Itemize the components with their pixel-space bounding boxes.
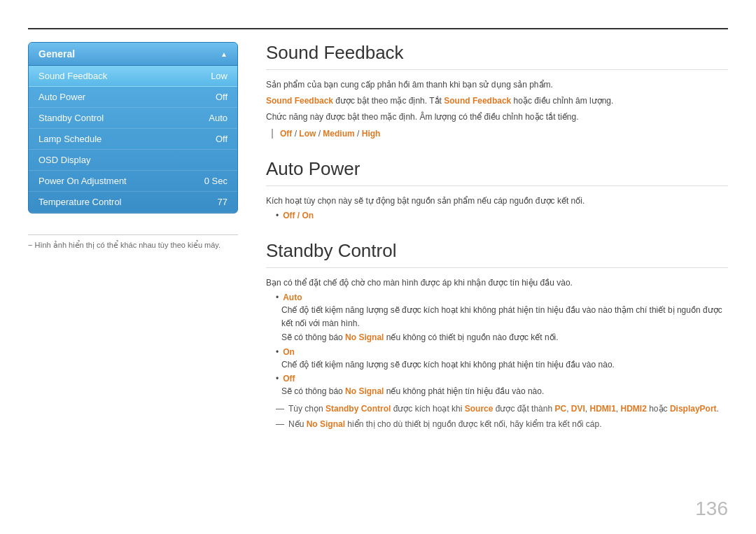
- sidebar-item-label-4: OSD Display: [38, 155, 90, 165]
- sidebar-item-1[interactable]: Auto PowerOff: [29, 87, 237, 108]
- sidebar-item-4[interactable]: OSD Display: [29, 150, 237, 171]
- bullet-label-0: Auto: [283, 293, 302, 302]
- section-standby-control: Standby ControlBạn có thể đặt chế độ chờ…: [266, 240, 728, 429]
- dash-highlight: HDMI1: [590, 404, 616, 414]
- option-medium: Medium: [323, 129, 354, 139]
- section-text-highlight: Sound Feedback được bật theo mặc định. T…: [266, 94, 728, 108]
- sidebar-item-5[interactable]: Power On Adjustment0 Sec: [29, 171, 237, 192]
- section-text: Bạn có thể đặt chế độ chờ cho màn hình đ…: [266, 276, 728, 290]
- option-off: Off: [280, 129, 292, 139]
- dash-highlight: Standby Control: [326, 404, 391, 414]
- bullet-label-1: On: [283, 347, 295, 357]
- bullet-item-0: Auto: [276, 293, 728, 302]
- sections-container: Sound FeedbackSản phẩm của bạn cung cấp …: [266, 42, 728, 429]
- sidebar-item-label-5: Power On Adjustment: [38, 176, 127, 186]
- bullet-sub-1-0: Chế độ tiết kiệm năng lượng sẽ được kích…: [281, 358, 728, 372]
- page-number: 136: [695, 498, 728, 520]
- bullet-sub-0-1: Sẽ có thông báo No Signal nếu không có t…: [281, 331, 728, 344]
- bullet-item-2: Off: [276, 374, 728, 384]
- dash-highlight: DisplayPort: [670, 404, 717, 414]
- bullet-item: Off / On: [276, 211, 728, 220]
- option-high: High: [362, 129, 381, 139]
- dash-highlight: No Signal: [307, 419, 345, 429]
- section-auto-power: Auto PowerKích hoạt tùy chọn này sẽ tự đ…: [266, 158, 728, 220]
- dash-highlight: Source: [465, 404, 493, 414]
- sidebar-item-label-0: Sound Feedback: [38, 71, 107, 81]
- sidebar-item-2[interactable]: Standby ControlAuto: [29, 108, 237, 129]
- top-divider: [28, 28, 728, 29]
- bullet-sub-2-0: Sẽ có thông báo No Signal nếu không phát…: [281, 385, 728, 398]
- main-content: Sound FeedbackSản phẩm của bạn cung cấp …: [266, 42, 728, 492]
- section-title-sound-feedback: Sound Feedback: [266, 42, 728, 70]
- sidebar-panel: General ▲ Sound FeedbackLowAuto PowerOff…: [28, 42, 238, 213]
- section-title-auto-power: Auto Power: [266, 158, 728, 186]
- section-title-standby-control: Standby Control: [266, 240, 728, 268]
- dash-highlight: PC: [554, 404, 566, 414]
- sidebar-item-label-1: Auto Power: [38, 92, 85, 102]
- section-text: Kích hoạt tùy chọn này sẽ tự động bật ng…: [266, 195, 728, 208]
- sidebar: General ▲ Sound FeedbackLowAuto PowerOff…: [28, 42, 238, 250]
- option-low: Low: [299, 129, 316, 139]
- dash-highlight: DVI: [571, 404, 585, 414]
- dash-note-0: Tùy chọn Standby Control được kích hoạt …: [266, 404, 728, 414]
- dash-highlight: HDMI2: [621, 404, 647, 414]
- section-text: Sản phẩm của bạn cung cấp phản hồi âm th…: [266, 78, 728, 92]
- sidebar-header: General ▲: [29, 43, 237, 66]
- bullet-item-1: On: [276, 347, 728, 357]
- sidebar-item-value-5: 0 Sec: [204, 176, 227, 186]
- sub-highlight: No Signal: [345, 386, 384, 396]
- sidebar-items-container: Sound FeedbackLowAuto PowerOffStandby Co…: [29, 66, 237, 213]
- sidebar-item-value-0: Low: [211, 71, 227, 81]
- bullet-label-2: Off: [283, 374, 295, 384]
- sidebar-item-value-3: Off: [216, 134, 227, 144]
- bullet-label: Off / On: [283, 211, 314, 220]
- sidebar-item-label-2: Standby Control: [38, 113, 104, 123]
- section-text: Chức năng này được bật theo mặc định. Âm…: [266, 111, 728, 124]
- bullet-sub-0-0: Chế độ tiết kiệm năng lượng sẽ được kích…: [281, 304, 728, 330]
- sidebar-item-3[interactable]: Lamp ScheduleOff: [29, 129, 237, 150]
- sidebar-item-value-2: Auto: [209, 113, 227, 123]
- sidebar-item-6[interactable]: Temperature Control77: [29, 192, 237, 213]
- sidebar-item-0[interactable]: Sound FeedbackLow: [29, 66, 237, 87]
- section-sound-feedback: Sound FeedbackSản phẩm của bạn cung cấp …: [266, 42, 728, 139]
- sidebar-item-value-6: 77: [218, 197, 227, 207]
- sidebar-item-label-6: Temperature Control: [38, 197, 122, 207]
- dash-note-1: Nếu No Signal hiển thị cho dù thiết bị n…: [266, 419, 728, 429]
- sidebar-item-value-1: Off: [216, 92, 227, 102]
- sidebar-item-label-3: Lamp Schedule: [38, 134, 102, 144]
- sidebar-arrow-icon: ▲: [220, 50, 227, 58]
- sidebar-title: General: [38, 48, 75, 59]
- sidebar-note: − Hình ảnh hiển thị có thể khác nhau tùy…: [28, 234, 238, 250]
- sub-highlight: No Signal: [345, 332, 384, 342]
- options-line: Off / Low / Medium / High: [272, 129, 728, 139]
